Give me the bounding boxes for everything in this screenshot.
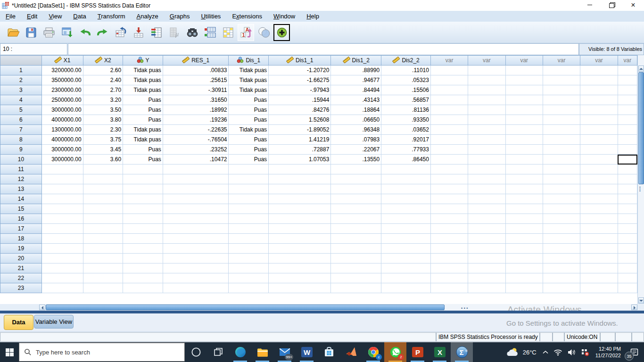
cell-var1-row1[interactable]	[430, 66, 468, 75]
column-header-x2[interactable]: X2	[83, 56, 123, 66]
cell-y-row7[interactable]: Tidak puas	[123, 125, 163, 135]
cell-var1-row11[interactable]	[430, 165, 468, 174]
cell-dis2_2-row10[interactable]: .86450	[381, 155, 431, 165]
horizontal-scroll-thumb[interactable]	[46, 304, 445, 310]
cell-y-row5[interactable]: Puas	[123, 105, 163, 115]
cell-dis1_2-row15[interactable]	[331, 204, 381, 214]
cell-var2-row4[interactable]	[468, 95, 505, 105]
cell-var1-row13[interactable]	[430, 184, 468, 194]
menu-item-edit[interactable]: Edit	[21, 11, 43, 22]
cell-var2-row1[interactable]	[468, 66, 505, 75]
file-explorer-icon[interactable]	[251, 342, 273, 362]
restore-button[interactable]	[601, 0, 622, 11]
cell-y-row12[interactable]	[123, 174, 163, 184]
cell-var4-row1[interactable]	[543, 66, 580, 75]
cell-var5-row12[interactable]	[580, 174, 618, 184]
scroll-down-icon[interactable]	[638, 297, 644, 304]
cell-var4-row23[interactable]	[543, 283, 580, 293]
cell-var1-row5[interactable]	[430, 105, 468, 115]
cell-var6-row1[interactable]	[618, 66, 637, 75]
cell-var2-row14[interactable]	[468, 194, 505, 204]
cell-var6-row19[interactable]	[618, 244, 637, 254]
start-button[interactable]	[0, 342, 19, 362]
taskbar-clock[interactable]: 12:40 PM11/27/2022	[595, 346, 621, 359]
cell-dis1_1-row9[interactable]: .72887	[269, 145, 331, 155]
cell-dis2_2-row20[interactable]	[381, 254, 431, 263]
cell-var2-row5[interactable]	[468, 105, 505, 115]
cell-dis1_2-row2[interactable]: .94677	[331, 75, 381, 85]
cell-dis2_2-row17[interactable]	[381, 224, 431, 234]
weather-icon[interactable]	[506, 346, 519, 358]
cell-var1-row8[interactable]	[430, 135, 468, 145]
cell-x2-row3[interactable]: 2.70	[83, 85, 123, 95]
column-header-res_1[interactable]: RES_1	[163, 56, 229, 66]
tab-variable-view[interactable]: Variable View	[34, 315, 74, 329]
cell-dis_1-row22[interactable]	[229, 273, 269, 283]
cell-x2-row5[interactable]: 3.50	[83, 105, 123, 115]
cell-dis1_2-row7[interactable]: .96348	[331, 125, 381, 135]
cell-y-row16[interactable]	[123, 214, 163, 224]
cell-dis1_1-row16[interactable]	[269, 214, 331, 224]
cell-var1-row4[interactable]	[430, 95, 468, 105]
cell-dis1_2-row22[interactable]	[331, 273, 381, 283]
column-header-dis_1[interactable]: Dis_1	[229, 56, 269, 66]
cell-dis1_1-row18[interactable]	[269, 234, 331, 244]
row-header[interactable]: 5	[0, 105, 42, 115]
vertical-scrollbar[interactable]: •••	[637, 55, 644, 304]
cell-dis_1-row10[interactable]: Puas	[229, 155, 269, 165]
cell-var4-row11[interactable]	[543, 165, 580, 174]
cell-dis2_2-row22[interactable]	[381, 273, 431, 283]
cell-var3-row9[interactable]	[505, 145, 543, 155]
cell-x2-row19[interactable]	[83, 244, 123, 254]
row-header[interactable]: 2	[0, 75, 42, 85]
row-header[interactable]: 9	[0, 145, 42, 155]
cell-res_1-row12[interactable]	[163, 174, 229, 184]
cell-dis2_2-row12[interactable]	[381, 174, 431, 184]
cell-var2-row17[interactable]	[468, 224, 505, 234]
cell-x2-row16[interactable]	[83, 214, 123, 224]
cell-x2-row9[interactable]: 3.45	[83, 145, 123, 155]
cell-dis1_1-row14[interactable]	[269, 194, 331, 204]
cell-var3-row17[interactable]	[505, 224, 543, 234]
cell-x1-row1[interactable]: 3200000.00	[41, 66, 83, 75]
cell-x1-row15[interactable]	[41, 204, 83, 214]
cell-y-row19[interactable]	[123, 244, 163, 254]
cell-dis_1-row8[interactable]: Puas	[229, 135, 269, 145]
cell-y-row1[interactable]: Tidak puas	[123, 66, 163, 75]
mail-icon[interactable]: 99+	[273, 342, 296, 362]
cell-x1-row8[interactable]: 4000000.00	[41, 135, 83, 145]
cell-var5-row1[interactable]	[580, 66, 618, 75]
cell-dis2_2-row1[interactable]: .11010	[381, 66, 431, 75]
cell-var4-row9[interactable]	[543, 145, 580, 155]
row-header[interactable]: 19	[0, 244, 42, 254]
cell-res_1-row9[interactable]: .23252	[163, 145, 229, 155]
volume-icon[interactable]	[567, 349, 576, 356]
cell-var6-row13[interactable]	[618, 184, 637, 194]
cell-dis2_2-row23[interactable]	[381, 283, 431, 293]
cell-var3-row23[interactable]	[505, 283, 543, 293]
cell-dis2_2-row16[interactable]	[381, 214, 431, 224]
column-header-x1[interactable]: X1	[41, 56, 83, 66]
spss-icon[interactable]: Σα	[451, 342, 473, 362]
cell-dis1_2-row8[interactable]: .07983	[331, 135, 381, 145]
cell-var5-row20[interactable]	[580, 254, 618, 263]
selected-cell[interactable]	[618, 155, 637, 165]
cell-x2-row1[interactable]: 2.60	[83, 66, 123, 75]
cell-var6-row17[interactable]	[618, 224, 637, 234]
menu-item-transform[interactable]: Transform	[92, 11, 131, 22]
cell-x2-row23[interactable]	[83, 283, 123, 293]
cell-var5-row2[interactable]	[580, 75, 618, 85]
cell-dis1_1-row10[interactable]: 1.07053	[269, 155, 331, 165]
cell-y-row15[interactable]	[123, 204, 163, 214]
cell-dis2_2-row14[interactable]	[381, 194, 431, 204]
variables-icon[interactable]	[148, 24, 165, 41]
row-header[interactable]: 11	[0, 165, 42, 174]
cell-y-row20[interactable]	[123, 254, 163, 263]
cell-x2-row7[interactable]: 2.30	[83, 125, 123, 135]
save-icon[interactable]	[23, 24, 39, 41]
goto-case-icon[interactable]	[112, 24, 129, 41]
cell-x1-row14[interactable]	[41, 194, 83, 204]
cell-dis1_1-row6[interactable]: 1.52608	[269, 115, 331, 125]
split-file-icon[interactable]	[202, 24, 218, 41]
cell-var5-row10[interactable]	[580, 155, 618, 165]
